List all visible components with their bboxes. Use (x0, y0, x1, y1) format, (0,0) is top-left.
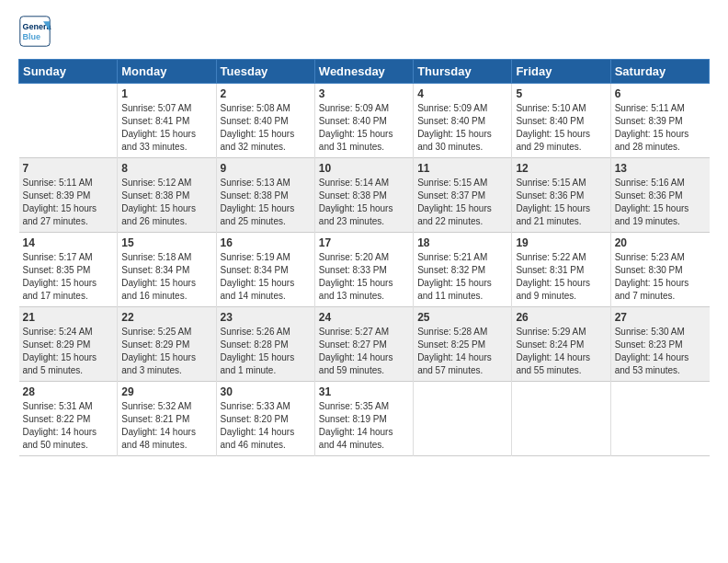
day-info: Sunrise: 5:21 AMSunset: 8:32 PMDaylight:… (417, 251, 507, 303)
day-number: 18 (417, 236, 507, 249)
day-info: Sunrise: 5:32 AMSunset: 8:21 PMDaylight:… (121, 400, 211, 452)
day-number: 23 (221, 311, 311, 324)
day-number: 3 (319, 87, 409, 100)
calendar-cell: 7Sunrise: 5:11 AMSunset: 8:39 PMDaylight… (19, 158, 118, 233)
day-number: 19 (516, 236, 606, 249)
day-info: Sunrise: 5:33 AMSunset: 8:20 PMDaylight:… (221, 400, 311, 452)
calendar-cell: 23Sunrise: 5:26 AMSunset: 8:28 PMDayligh… (216, 307, 314, 382)
calendar-cell: 9Sunrise: 5:13 AMSunset: 8:38 PMDaylight… (216, 158, 314, 233)
day-number: 25 (417, 311, 507, 324)
calendar-cell: 31Sunrise: 5:35 AMSunset: 8:19 PMDayligh… (314, 382, 413, 456)
day-number: 20 (615, 236, 706, 249)
calendar-week-row-2: 7Sunrise: 5:11 AMSunset: 8:39 PMDaylight… (19, 158, 710, 233)
day-number: 17 (319, 236, 409, 249)
day-number: 21 (23, 311, 114, 324)
day-info: Sunrise: 5:10 AMSunset: 8:40 PMDaylight:… (516, 102, 606, 154)
day-info: Sunrise: 5:13 AMSunset: 8:38 PMDaylight:… (221, 177, 311, 228)
calendar-cell (610, 382, 709, 456)
day-info: Sunrise: 5:24 AMSunset: 8:29 PMDaylight:… (23, 326, 114, 377)
day-number: 1 (121, 87, 211, 100)
day-info: Sunrise: 5:22 AMSunset: 8:31 PMDaylight:… (516, 251, 606, 303)
col-header-wednesday: Wednesday (314, 60, 413, 84)
logo-icon: General Blue (18, 15, 51, 48)
calendar-cell: 6Sunrise: 5:11 AMSunset: 8:39 PMDaylight… (610, 84, 709, 158)
day-info: Sunrise: 5:07 AMSunset: 8:41 PMDaylight:… (121, 102, 211, 154)
day-info: Sunrise: 5:25 AMSunset: 8:29 PMDaylight:… (121, 326, 211, 377)
calendar-cell: 25Sunrise: 5:28 AMSunset: 8:25 PMDayligh… (414, 307, 512, 382)
day-info: Sunrise: 5:17 AMSunset: 8:35 PMDaylight:… (23, 251, 114, 303)
day-info: Sunrise: 5:11 AMSunset: 8:39 PMDaylight:… (615, 102, 706, 154)
col-header-monday: Monday (118, 60, 216, 84)
logo: General Blue (18, 15, 55, 48)
day-info: Sunrise: 5:19 AMSunset: 8:34 PMDaylight:… (221, 251, 311, 303)
day-info: Sunrise: 5:11 AMSunset: 8:39 PMDaylight:… (23, 177, 114, 228)
day-number: 6 (615, 87, 706, 100)
day-number: 11 (417, 162, 507, 175)
day-number: 4 (417, 87, 507, 100)
day-number: 7 (23, 162, 114, 175)
calendar-cell: 19Sunrise: 5:22 AMSunset: 8:31 PMDayligh… (512, 233, 610, 307)
day-info: Sunrise: 5:18 AMSunset: 8:34 PMDaylight:… (121, 251, 211, 303)
day-number: 14 (23, 236, 114, 249)
day-number: 9 (221, 162, 311, 175)
day-info: Sunrise: 5:09 AMSunset: 8:40 PMDaylight:… (417, 102, 507, 154)
page-container: General Blue SundayMondayTuesdayWednesda… (0, 0, 728, 465)
day-number: 26 (516, 311, 606, 324)
day-info: Sunrise: 5:26 AMSunset: 8:28 PMDaylight:… (221, 326, 311, 377)
day-number: 29 (121, 385, 211, 398)
day-number: 15 (121, 236, 211, 249)
calendar-cell: 14Sunrise: 5:17 AMSunset: 8:35 PMDayligh… (19, 233, 118, 307)
day-number: 12 (516, 162, 606, 175)
calendar-cell: 30Sunrise: 5:33 AMSunset: 8:20 PMDayligh… (216, 382, 314, 456)
calendar-cell: 29Sunrise: 5:32 AMSunset: 8:21 PMDayligh… (118, 382, 216, 456)
col-header-tuesday: Tuesday (216, 60, 314, 84)
calendar-cell: 28Sunrise: 5:31 AMSunset: 8:22 PMDayligh… (19, 382, 118, 456)
calendar-cell: 21Sunrise: 5:24 AMSunset: 8:29 PMDayligh… (19, 307, 118, 382)
calendar-header-row: SundayMondayTuesdayWednesdayThursdayFrid… (19, 60, 710, 84)
header: General Blue (18, 15, 710, 48)
day-number: 10 (319, 162, 409, 175)
col-header-thursday: Thursday (414, 60, 512, 84)
day-info: Sunrise: 5:20 AMSunset: 8:33 PMDaylight:… (319, 251, 409, 303)
day-info: Sunrise: 5:14 AMSunset: 8:38 PMDaylight:… (319, 177, 409, 228)
calendar-cell: 3Sunrise: 5:09 AMSunset: 8:40 PMDaylight… (314, 84, 413, 158)
calendar-cell: 18Sunrise: 5:21 AMSunset: 8:32 PMDayligh… (414, 233, 512, 307)
day-number: 13 (615, 162, 706, 175)
col-header-saturday: Saturday (610, 60, 709, 84)
calendar-cell (512, 382, 610, 456)
calendar-cell: 24Sunrise: 5:27 AMSunset: 8:27 PMDayligh… (314, 307, 413, 382)
day-info: Sunrise: 5:08 AMSunset: 8:40 PMDaylight:… (221, 102, 311, 154)
calendar-cell: 2Sunrise: 5:08 AMSunset: 8:40 PMDaylight… (216, 84, 314, 158)
calendar-cell: 12Sunrise: 5:15 AMSunset: 8:36 PMDayligh… (512, 158, 610, 233)
day-number: 24 (319, 311, 409, 324)
calendar-cell (19, 84, 118, 158)
calendar-week-row-3: 14Sunrise: 5:17 AMSunset: 8:35 PMDayligh… (19, 233, 710, 307)
calendar-cell: 8Sunrise: 5:12 AMSunset: 8:38 PMDaylight… (118, 158, 216, 233)
day-info: Sunrise: 5:30 AMSunset: 8:23 PMDaylight:… (615, 326, 706, 377)
day-number: 31 (319, 385, 409, 398)
calendar-cell: 15Sunrise: 5:18 AMSunset: 8:34 PMDayligh… (118, 233, 216, 307)
calendar-week-row-5: 28Sunrise: 5:31 AMSunset: 8:22 PMDayligh… (19, 382, 710, 456)
day-number: 16 (221, 236, 311, 249)
day-info: Sunrise: 5:29 AMSunset: 8:24 PMDaylight:… (516, 326, 606, 377)
calendar-week-row-4: 21Sunrise: 5:24 AMSunset: 8:29 PMDayligh… (19, 307, 710, 382)
day-info: Sunrise: 5:31 AMSunset: 8:22 PMDaylight:… (23, 400, 114, 452)
calendar-cell: 1Sunrise: 5:07 AMSunset: 8:41 PMDaylight… (118, 84, 216, 158)
day-number: 28 (23, 385, 114, 398)
calendar-cell: 27Sunrise: 5:30 AMSunset: 8:23 PMDayligh… (610, 307, 709, 382)
calendar-week-row-1: 1Sunrise: 5:07 AMSunset: 8:41 PMDaylight… (19, 84, 710, 158)
day-info: Sunrise: 5:16 AMSunset: 8:36 PMDaylight:… (615, 177, 706, 228)
day-info: Sunrise: 5:23 AMSunset: 8:30 PMDaylight:… (615, 251, 706, 303)
calendar-cell: 11Sunrise: 5:15 AMSunset: 8:37 PMDayligh… (414, 158, 512, 233)
col-header-sunday: Sunday (19, 60, 118, 84)
calendar-cell: 22Sunrise: 5:25 AMSunset: 8:29 PMDayligh… (118, 307, 216, 382)
calendar-cell: 10Sunrise: 5:14 AMSunset: 8:38 PMDayligh… (314, 158, 413, 233)
calendar-cell: 13Sunrise: 5:16 AMSunset: 8:36 PMDayligh… (610, 158, 709, 233)
day-info: Sunrise: 5:27 AMSunset: 8:27 PMDaylight:… (319, 326, 409, 377)
day-number: 30 (221, 385, 311, 398)
day-number: 22 (121, 311, 211, 324)
day-info: Sunrise: 5:09 AMSunset: 8:40 PMDaylight:… (319, 102, 409, 154)
calendar-table: SundayMondayTuesdayWednesdayThursdayFrid… (18, 59, 710, 456)
day-number: 8 (121, 162, 211, 175)
calendar-cell: 20Sunrise: 5:23 AMSunset: 8:30 PMDayligh… (610, 233, 709, 307)
